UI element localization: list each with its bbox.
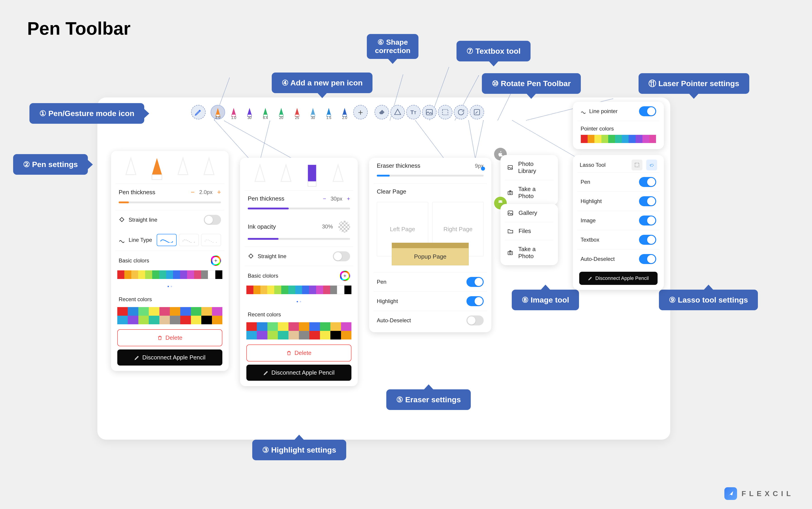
hl-recent-colors-label: Recent colors xyxy=(248,311,281,318)
eraser-autodeselect-label: Auto-Deselect xyxy=(377,317,411,324)
rotate-toolbar-button[interactable] xyxy=(454,105,468,120)
eraser-highlight-toggle[interactable] xyxy=(467,296,484,306)
hl-disconnect-button[interactable]: Disconnect Apple Pencil xyxy=(246,365,352,381)
lasso-highlight-toggle[interactable] xyxy=(639,196,656,206)
pen-straight-line-toggle[interactable] xyxy=(204,215,221,225)
pen-disconnect-button[interactable]: Disconnect Apple Pencil xyxy=(117,349,222,366)
toolbar-pen-1[interactable]: 1.0 xyxy=(226,105,241,120)
line-type-selector[interactable] xyxy=(157,234,221,246)
eraser-settings-panel: Eraser thickness 9px Clear Page Left Pag… xyxy=(369,158,491,332)
files-button[interactable]: Files xyxy=(501,222,558,240)
decrease-icon[interactable]: − xyxy=(191,188,195,196)
decrease-icon[interactable]: − xyxy=(323,196,326,202)
toolbar-pen-2[interactable]: 30 xyxy=(242,105,257,120)
brand-mark-icon xyxy=(724,487,737,500)
lasso-pen-label: Pen xyxy=(581,179,590,185)
pen-delete-button[interactable]: Delete xyxy=(117,329,222,346)
trash-icon xyxy=(157,335,162,341)
callout-6: ⑥ Shape correction xyxy=(367,34,418,59)
hl-straight-line-toggle[interactable] xyxy=(333,251,350,261)
brand-logo: FLEXCIL xyxy=(724,487,794,500)
svg-rect-11 xyxy=(427,109,433,115)
line-pointer-toggle[interactable] xyxy=(639,106,656,116)
toolbar-pen-4[interactable]: 20 xyxy=(274,105,289,120)
lasso-image-toggle[interactable] xyxy=(639,215,656,226)
increase-icon[interactable]: + xyxy=(217,188,221,196)
toolbar-pen-5[interactable]: 25 xyxy=(290,105,304,120)
highlight-nib-selector[interactable] xyxy=(240,158,358,190)
hl-thickness-slider[interactable] xyxy=(248,208,350,209)
camera-icon xyxy=(507,190,513,196)
callout-4: ④ Add a new pen icon xyxy=(272,72,372,93)
page-title: Pen Toolbar xyxy=(27,18,131,39)
highlight-settings-panel: Pen thickness − 30px + Ink opacity 30% S… xyxy=(240,158,358,386)
pen-nib-selector[interactable] xyxy=(111,151,229,183)
image-panel-android: Gallery Files Take a Photo xyxy=(501,204,558,265)
svg-rect-15 xyxy=(308,165,316,181)
svg-point-24 xyxy=(509,252,511,254)
toolbar-pen-0[interactable]: 2.0 xyxy=(211,105,225,120)
lasso-textbox-label: Textbox xyxy=(581,237,599,243)
laser-pointer-panel: Line pointer Pointer colors xyxy=(573,102,664,149)
eraser-pen-toggle[interactable] xyxy=(467,277,484,287)
pen-thickness-value: 2.0px xyxy=(199,189,213,195)
gallery-button[interactable]: Gallery xyxy=(501,204,558,222)
laser-pointer-button[interactable] xyxy=(470,105,484,120)
increase-icon[interactable]: + xyxy=(347,196,350,202)
toolbar-pen-7[interactable]: 1.5 xyxy=(322,105,336,120)
add-pen-button[interactable]: ＋ xyxy=(353,105,368,120)
pen-basic-colors[interactable] xyxy=(117,270,222,279)
svg-point-19 xyxy=(509,192,511,194)
hl-opacity-slider[interactable] xyxy=(248,238,350,240)
callout-2: ② Pen settings xyxy=(13,154,88,175)
pen-thickness-slider[interactable] xyxy=(119,201,221,203)
callout-7: ⑦ Textbox tool xyxy=(456,41,530,61)
textbox-button[interactable]: TT xyxy=(406,105,421,120)
pointer-colors-label: Pointer colors xyxy=(581,126,614,132)
android-take-photo-button[interactable]: Take a Photo xyxy=(501,240,558,265)
svg-rect-17 xyxy=(508,165,512,170)
svg-point-21 xyxy=(501,201,502,202)
lasso-disconnect-button[interactable]: Disconnect Apple Pencil xyxy=(579,272,658,285)
lasso-pen-toggle[interactable] xyxy=(639,177,656,187)
eraser-diamond-icon xyxy=(248,253,254,260)
take-photo-button[interactable]: Take a Photo xyxy=(501,180,558,205)
toolbar-pen-6[interactable]: 30 xyxy=(306,105,320,120)
callout-9: ⑨ Lasso tool settings xyxy=(659,290,758,310)
hl-basic-colors[interactable] xyxy=(246,285,352,294)
eraser-thickness-label: Eraser thickness xyxy=(377,162,420,169)
pen-recent-colors[interactable] xyxy=(117,307,222,324)
basic-colors-label: Basic clolors xyxy=(119,258,149,264)
lasso-mode-rect-button[interactable] xyxy=(631,160,642,170)
line-pointer-icon xyxy=(581,108,586,114)
lasso-autodeselect-toggle[interactable] xyxy=(639,254,656,264)
lasso-button[interactable] xyxy=(438,105,452,120)
add-color-button[interactable]: + xyxy=(340,271,350,281)
hl-thickness-label: Pen thickness xyxy=(248,195,285,202)
toolbar-pen-3[interactable]: 6.4 xyxy=(258,105,273,120)
hl-basic-colors-label: Basic clolors xyxy=(248,273,278,279)
callout-3: ③ Highlight settings xyxy=(252,440,346,460)
image-button[interactable] xyxy=(422,105,437,120)
recent-colors-label: Recent colors xyxy=(119,296,152,303)
hl-opacity-value: 30% xyxy=(322,224,333,230)
shape-correction-button[interactable] xyxy=(391,105,405,120)
lasso-image-label: Image xyxy=(581,217,596,224)
toolbar-pen-8[interactable]: 2.0 xyxy=(337,105,352,120)
add-color-button[interactable]: + xyxy=(211,256,221,266)
clear-popup-page-button[interactable]: Popup Page xyxy=(392,243,469,265)
pen-gesture-mode-button[interactable] xyxy=(191,105,206,120)
laser-colors[interactable] xyxy=(581,135,656,143)
eraser-autodeselect-toggle[interactable] xyxy=(467,315,484,326)
eraser-button[interactable] xyxy=(374,105,389,120)
callout-11: ⑪ Laser Pointer settings xyxy=(638,73,749,94)
hl-delete-button[interactable]: Delete xyxy=(246,344,352,362)
photo-library-button[interactable]: Photo Library xyxy=(501,155,558,180)
photo-icon xyxy=(507,210,514,216)
svg-rect-25 xyxy=(635,163,639,167)
lasso-mode-free-button[interactable] xyxy=(646,160,657,170)
lasso-textbox-toggle[interactable] xyxy=(639,235,656,245)
hl-recent-colors[interactable] xyxy=(246,322,352,339)
svg-rect-12 xyxy=(442,109,448,115)
callout-10: ⑩ Rotate Pen Toolbar xyxy=(482,73,581,94)
